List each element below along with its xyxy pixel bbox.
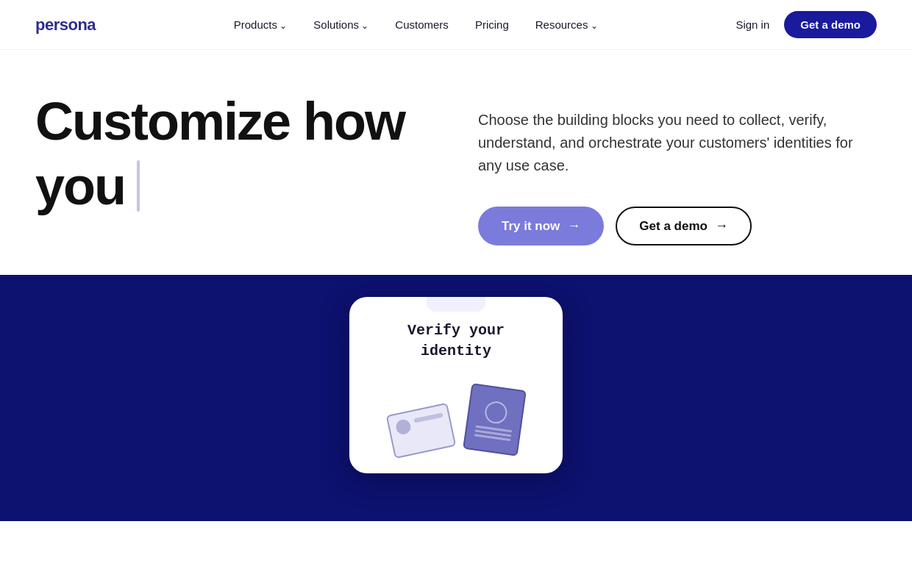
phone-card: Verify your identity <box>349 297 563 473</box>
nav-item-resources[interactable]: Resources <box>535 18 598 32</box>
hero-section: Customize how you Choose the building bl… <box>0 50 912 275</box>
navbar: persona Products Solutions Customers Pri… <box>0 0 912 50</box>
nav-actions: Sign in Get a demo <box>735 11 877 38</box>
nav-link-solutions[interactable]: Solutions <box>313 18 368 31</box>
passport-circle <box>483 400 508 425</box>
hero-left: Customize how you <box>35 94 434 214</box>
hero-right: Choose the building blocks you need to c… <box>478 94 877 245</box>
document-illustration <box>382 379 530 453</box>
sign-in-link[interactable]: Sign in <box>735 18 769 31</box>
get-a-demo-button[interactable]: Get a demo → <box>616 207 752 245</box>
cursor-bar <box>137 160 140 212</box>
nav-link-pricing[interactable]: Pricing <box>475 18 509 31</box>
hero-heading-line1: Customize how <box>35 94 405 150</box>
hero-description: Choose the building blocks you need to c… <box>478 109 877 177</box>
nav-link-customers[interactable]: Customers <box>395 18 449 31</box>
nav-links: Products Solutions Customers Pricing Res… <box>234 18 598 32</box>
hero-heading-line2: you <box>35 159 125 215</box>
logo: persona <box>35 15 96 35</box>
nav-link-resources[interactable]: Resources <box>535 18 598 31</box>
get-demo-nav-button[interactable]: Get a demo <box>784 11 877 38</box>
try-it-now-button[interactable]: Try it now → <box>478 207 604 245</box>
phone-notch <box>427 297 485 312</box>
nav-item-pricing[interactable]: Pricing <box>475 18 509 32</box>
passport-lines <box>474 425 512 441</box>
id-card-icon <box>386 403 457 459</box>
card-title-line2: identity <box>421 343 491 359</box>
nav-item-customers[interactable]: Customers <box>395 18 449 32</box>
try-it-now-label: Try it now <box>502 219 560 234</box>
logo-text: persona <box>35 15 96 34</box>
get-a-demo-label: Get a demo <box>639 219 708 234</box>
nav-link-products[interactable]: Products <box>234 18 288 31</box>
hero-heading: Customize how you <box>35 94 434 214</box>
hero-buttons: Try it now → Get a demo → <box>478 207 877 245</box>
passport-icon <box>463 383 527 456</box>
dark-section: Verify your identity <box>0 275 912 521</box>
phone-card-title: Verify your identity <box>407 320 505 362</box>
card-title-line1: Verify your <box>407 322 505 339</box>
demo-arrow-icon: → <box>715 218 728 234</box>
nav-item-products[interactable]: Products <box>234 18 288 32</box>
try-arrow-icon: → <box>567 218 580 234</box>
nav-item-solutions[interactable]: Solutions <box>313 18 368 32</box>
